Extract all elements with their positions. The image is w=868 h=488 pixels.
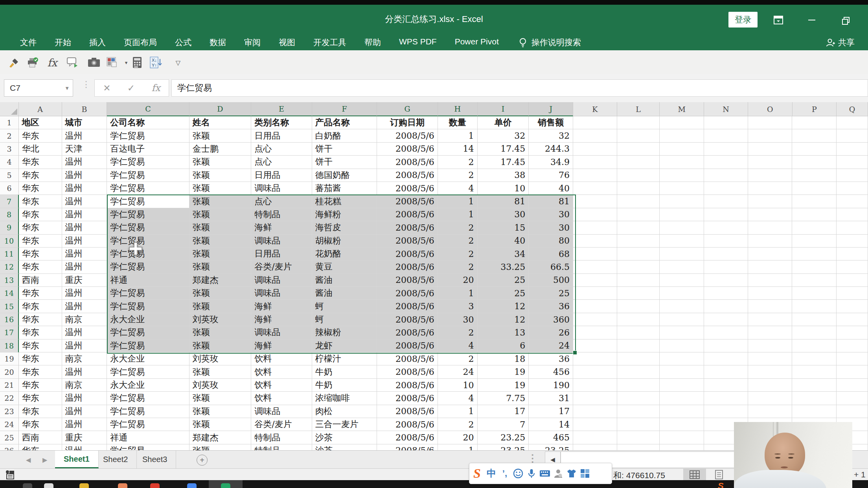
cell-J18[interactable]: 24 [529, 339, 573, 352]
cell-M17[interactable] [660, 326, 704, 339]
sogou-logo-icon[interactable]: S [473, 466, 481, 481]
cell-E15[interactable]: 海鲜 [251, 300, 312, 313]
cell-J6[interactable]: 40 [529, 182, 573, 195]
column-header-G[interactable]: G [377, 102, 438, 116]
row-header-3[interactable]: 3 [0, 143, 19, 156]
cell-D22[interactable]: 张颖 [189, 392, 252, 405]
cell-G22[interactable]: 2008/5/6 [377, 392, 438, 405]
cell-C15[interactable]: 学仁贸易 [107, 300, 189, 313]
cell-O22[interactable] [748, 392, 793, 405]
cell-N2[interactable] [704, 129, 748, 142]
cell-B22[interactable]: 温州 [62, 392, 107, 405]
cell-B25[interactable]: 重庆 [62, 431, 107, 444]
cell-E2[interactable]: 日用品 [251, 129, 312, 142]
cell-D8[interactable]: 张颖 [189, 208, 252, 221]
cell-N11[interactable] [704, 248, 748, 261]
cell-F26[interactable]: 沙茶 [312, 444, 377, 450]
cell-J14[interactable]: 25 [529, 287, 573, 300]
cell-I17[interactable]: 13 [478, 326, 529, 339]
cell-C18[interactable]: 学仁贸易 [107, 339, 189, 352]
cell-N5[interactable] [704, 169, 748, 182]
cell-E23[interactable]: 调味品 [251, 405, 312, 418]
cell-P12[interactable] [792, 261, 837, 273]
cell-Q16[interactable] [837, 313, 868, 326]
ribbon-tab-8[interactable]: 开发工具 [304, 37, 355, 48]
cell-B3[interactable]: 天津 [62, 143, 107, 156]
cell-L18[interactable] [617, 339, 660, 352]
column-header-E[interactable]: E [251, 102, 312, 116]
cell-D3[interactable]: 金士鹏 [189, 143, 252, 156]
soft-keyboard-icon[interactable] [538, 467, 552, 480]
cell-D5[interactable]: 张颖 [189, 169, 252, 182]
cell-M12[interactable] [660, 261, 704, 273]
cell-B12[interactable]: 温州 [62, 261, 107, 273]
taskbar-app-1-icon[interactable] [23, 483, 32, 488]
tell-me-search[interactable]: 操作说明搜索 [518, 37, 581, 48]
cell-M26[interactable] [660, 444, 704, 450]
cell-G13[interactable]: 2008/5/6 [377, 274, 438, 287]
row-header-21[interactable]: 21 [0, 379, 19, 392]
row-header-12[interactable]: 12 [0, 261, 19, 273]
cell-N8[interactable] [704, 208, 748, 221]
cell-H5[interactable]: 2 [438, 169, 478, 182]
cell-P7[interactable] [792, 195, 837, 208]
cell-B9[interactable]: 温州 [62, 221, 107, 234]
cell-G10[interactable]: 2008/5/6 [377, 235, 438, 248]
cell-F10[interactable]: 胡椒粉 [312, 235, 377, 248]
cell-G18[interactable]: 2008/5/6 [377, 339, 438, 352]
cell-O4[interactable] [748, 156, 793, 169]
cell-P9[interactable] [792, 221, 837, 234]
cell-Q12[interactable] [837, 261, 868, 273]
cell-B5[interactable]: 温州 [62, 169, 107, 182]
cell-D24[interactable]: 张颖 [189, 418, 252, 431]
new-sheet-button[interactable]: + [197, 455, 208, 466]
cell-N6[interactable] [704, 182, 748, 195]
cell-B2[interactable]: 温州 [62, 129, 107, 142]
microphone-icon[interactable] [525, 467, 538, 480]
cell-A23[interactable]: 华东 [19, 405, 62, 418]
cell-D11[interactable]: 张颖 [189, 248, 252, 261]
minimize-button[interactable] [803, 13, 820, 28]
cell-L1[interactable] [617, 116, 660, 129]
cell-O20[interactable] [748, 365, 793, 378]
cell-F11[interactable]: 花奶酪 [312, 248, 377, 261]
sheet-tab-sheet1[interactable]: Sheet1 [55, 451, 99, 468]
cell-A24[interactable]: 华东 [19, 418, 62, 431]
cell-C7[interactable]: 学仁贸易 [107, 195, 189, 208]
cell-B21[interactable]: 南京 [62, 379, 107, 392]
cell-A3[interactable]: 华北 [19, 143, 62, 156]
cell-G1[interactable]: 订购日期 [377, 116, 438, 129]
cell-I9[interactable]: 15 [478, 221, 529, 234]
cell-H11[interactable]: 2 [438, 248, 478, 261]
ribbon-tab-9[interactable]: 帮助 [355, 37, 390, 48]
cell-K13[interactable] [573, 274, 617, 287]
sign-in-button[interactable]: 登录 [728, 12, 758, 28]
cell-K14[interactable] [573, 287, 617, 300]
cell-K20[interactable] [573, 365, 617, 378]
cell-P10[interactable] [792, 235, 837, 248]
cell-H26[interactable]: 1 [438, 444, 478, 450]
cell-I6[interactable]: 10 [478, 182, 529, 195]
cell-Q4[interactable] [837, 156, 868, 169]
cell-O15[interactable] [748, 300, 793, 313]
restore-button[interactable] [837, 13, 854, 28]
cell-P21[interactable] [792, 379, 837, 392]
column-header-N[interactable]: N [704, 102, 748, 116]
row-header-14[interactable]: 14 [0, 287, 19, 300]
ribbon-tab-file[interactable]: 文件 [11, 37, 46, 48]
cell-L21[interactable] [617, 379, 660, 392]
cell-C11[interactable]: 学仁贸易 [107, 248, 189, 261]
cell-P22[interactable] [792, 392, 837, 405]
row-header-15[interactable]: 15 [0, 300, 19, 313]
cell-I23[interactable]: 17 [478, 405, 529, 418]
cell-F12[interactable]: 黄豆 [312, 261, 377, 273]
cell-H2[interactable]: 1 [438, 129, 478, 142]
fill-handle[interactable] [573, 350, 577, 355]
cell-D23[interactable]: 张颖 [189, 405, 252, 418]
cell-M2[interactable] [660, 129, 704, 142]
cell-H3[interactable]: 14 [438, 143, 478, 156]
cell-Q17[interactable] [837, 326, 868, 339]
cell-G25[interactable]: 2008/5/6 [377, 431, 438, 444]
formula-input[interactable]: 学仁贸易 [171, 79, 868, 97]
cell-N16[interactable] [704, 313, 748, 326]
